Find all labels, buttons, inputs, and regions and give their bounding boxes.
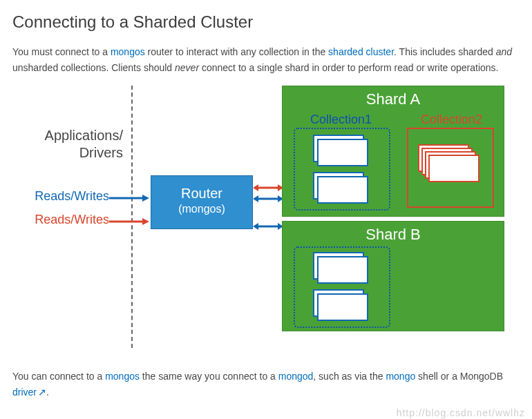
document-icon — [317, 256, 368, 284]
arrow-router-sharda-blue — [253, 195, 283, 203]
svg-marker-3 — [142, 218, 149, 225]
outro-paragraph: You can connect to a mongos the same way… — [12, 369, 520, 400]
em-and: and — [496, 46, 512, 57]
link-mongos[interactable]: mongos — [111, 46, 145, 57]
arrow-router-shardb-blue — [253, 222, 283, 231]
apps-line1: Applications/ — [45, 128, 123, 143]
outro-t1: You can connect to a — [12, 371, 105, 382]
page-title: Connecting to a Sharded Cluster — [12, 12, 520, 32]
link-sharded-cluster[interactable]: sharded cluster — [328, 46, 394, 57]
intro-t4: unsharded collections. Clients should — [12, 62, 175, 73]
shard-b-box: Shard B — [282, 221, 504, 331]
document-icon — [317, 293, 368, 321]
collection2-label: Collection2 — [421, 113, 482, 127]
apps-label: Applications/ Drivers — [33, 127, 123, 162]
link-mongos-2[interactable]: mongos — [105, 371, 140, 382]
arrow-red-in — [109, 217, 151, 226]
architecture-diagram: Applications/ Drivers Reads/Writes Reads… — [12, 86, 510, 348]
svg-marker-1 — [142, 195, 149, 202]
intro-t1: You must connect to a — [12, 46, 111, 57]
doc-group — [313, 252, 375, 284]
arrow-blue-in — [109, 194, 151, 202]
divider-line — [131, 86, 133, 348]
watermark: http://blog.csdn.net/wwlhz — [397, 407, 525, 418]
intro-t2: router to interact with any collection i… — [145, 46, 328, 57]
shard-b-title: Shard B — [283, 226, 504, 244]
document-icon — [317, 176, 368, 204]
link-driver[interactable]: driver↗ — [12, 387, 46, 398]
reads-writes-blue: Reads/Writes — [19, 189, 109, 204]
collection1-container — [294, 128, 390, 211]
router-box: Router (mongos) — [151, 175, 253, 229]
collection2-container — [407, 128, 494, 208]
outro-t2: the same way you connect to a — [140, 371, 278, 382]
doc-group — [313, 135, 375, 166]
outro-t4: shell or a MongoDB — [415, 371, 503, 382]
router-sub: (mongos) — [151, 202, 252, 217]
collection1-label: Collection1 — [310, 113, 372, 127]
router-title: Router — [151, 184, 252, 202]
doc-group — [313, 172, 375, 204]
shard-a-box: Shard A Collection1 Collection2 — [282, 86, 504, 217]
intro-paragraph: You must connect to a mongos router to i… — [12, 44, 520, 76]
intro-t5: connect to a single shard in order to pe… — [199, 62, 498, 73]
reads-writes-red: Reads/Writes — [19, 213, 109, 227]
doc-group — [313, 289, 375, 321]
link-mongod[interactable]: mongod — [278, 371, 314, 382]
document-icon — [317, 139, 368, 166]
outro-t3: , such as via the — [313, 371, 386, 382]
em-never: never — [175, 62, 199, 73]
link-mongo-shell[interactable]: mongo — [386, 371, 415, 382]
shard-a-title: Shard A — [283, 90, 504, 108]
outro-t5: . — [46, 387, 49, 398]
arrow-router-sharda-red — [253, 184, 283, 192]
doc-stack — [418, 144, 494, 199]
intro-t3: . This includes sharded — [394, 46, 496, 57]
external-link-icon: ↗ — [38, 387, 46, 398]
document-icon — [428, 155, 479, 182]
collection1-container — [294, 246, 390, 328]
apps-line2: Drivers — [79, 145, 123, 160]
